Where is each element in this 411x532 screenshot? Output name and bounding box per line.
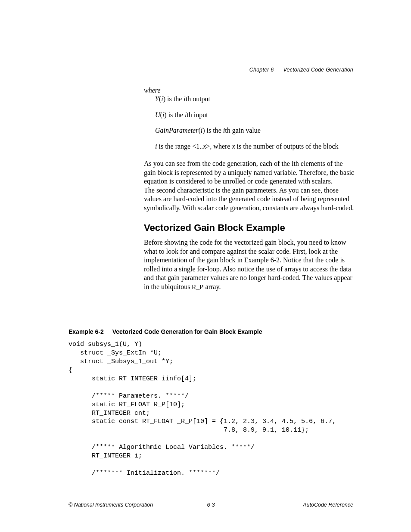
var-u: U: [155, 111, 160, 118]
example-caption: Example 6-2Vectorized Code Generation fo…: [68, 328, 262, 335]
footer-copyright: © National Instruments Corporation: [68, 502, 153, 508]
header-chapter: Chapter 6: [249, 67, 274, 73]
var-x2: x: [232, 143, 235, 150]
code-block: void subsys_1(U, Y) struct _Sys_ExtIn *U…: [68, 340, 370, 478]
definition-i: i is the range <1..x>, where x is the nu…: [155, 142, 355, 151]
footer-doc-title: AutoCode Reference: [303, 502, 353, 508]
example-title: Vectorized Code Generation for Gain Bloc…: [112, 328, 262, 335]
text: ) is the: [164, 111, 185, 118]
code-inline-rp: R_P: [192, 284, 204, 291]
text: ) is the: [163, 95, 184, 103]
page-footer: © National Instruments Corporation 6-3 A…: [68, 502, 353, 508]
text: th input: [187, 111, 208, 118]
text: th output: [186, 95, 210, 103]
var-gain: GainParameter: [155, 127, 198, 134]
running-head: Chapter 6Vectorized Code Generation: [249, 67, 353, 73]
definition-y: Y(i) is the ith output: [155, 95, 355, 103]
where-label: where: [144, 86, 355, 95]
definition-u: U(i) is the ith input: [155, 111, 355, 119]
paragraph-1: As you can see from the code generation,…: [144, 159, 355, 186]
example-label: Example 6-2: [68, 328, 104, 335]
text: As you can see from the code generation,…: [144, 160, 292, 167]
paragraph-3: Before showing the code for the vectoriz…: [144, 238, 355, 292]
header-title: Vectorized Code Generation: [283, 67, 353, 73]
var-y: Y: [155, 95, 159, 103]
paragraph-2: The second characteristic is the gain pa…: [144, 186, 355, 212]
definition-gain: GainParameter(i) is the ith gain value: [155, 126, 355, 135]
definitions-list: Y(i) is the ith output U(i) is the ith i…: [155, 95, 355, 151]
text: is the range <1..: [157, 143, 203, 150]
text: ) is the: [202, 127, 223, 134]
text: array.: [204, 283, 221, 290]
section-heading: Vectorized Gain Block Example: [144, 222, 355, 234]
text: Before showing the code for the vectoriz…: [144, 239, 352, 290]
text: is the number of outputs of the block: [235, 143, 339, 150]
page: Chapter 6Vectorized Code Generation wher…: [0, 0, 411, 532]
text: th gain value: [225, 127, 261, 134]
text: >, where: [206, 143, 232, 150]
body-column: where Y(i) is the ith output U(i) is the…: [144, 86, 355, 292]
